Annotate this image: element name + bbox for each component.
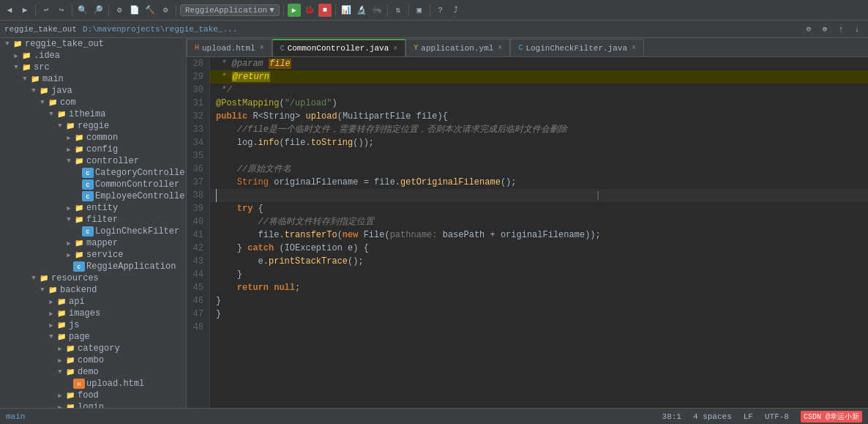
close-appyml[interactable]: × bbox=[498, 44, 502, 52]
sidebar-item-backend[interactable]: ▼ 📁 backend bbox=[0, 284, 186, 296]
sidebar-item-login[interactable]: ▶ 📁 login bbox=[0, 401, 186, 408]
sidebar-item-mapper[interactable]: ▶ 📁 mapper bbox=[0, 237, 186, 249]
close-upload-html[interactable]: × bbox=[260, 44, 264, 52]
sidebar-item-demo[interactable]: ▼ 📁 demo bbox=[0, 366, 186, 378]
stop-button[interactable]: ■ bbox=[318, 4, 332, 17]
vcs-btn[interactable]: ⇅ bbox=[392, 4, 405, 17]
code-line-47: } bbox=[210, 308, 868, 321]
code-editor[interactable]: * @param file * @return */ @PostMapping(… bbox=[210, 57, 868, 408]
close-common-controller[interactable]: × bbox=[393, 45, 397, 53]
back-btn[interactable]: ◀ bbox=[3, 4, 16, 17]
sidebar-item-category-ctrl[interactable]: C CategoryController bbox=[0, 167, 186, 179]
folder-icon-config: 📁 bbox=[73, 144, 85, 155]
forward-btn[interactable]: ▶ bbox=[18, 4, 31, 17]
sidebar-item-config[interactable]: ▶ 📁 config bbox=[0, 144, 186, 155]
close-logincheck[interactable]: × bbox=[632, 44, 636, 52]
sidebar-item-resources[interactable]: ▼ 📁 resources bbox=[0, 272, 186, 284]
search-btn[interactable]: 🔍 bbox=[76, 4, 89, 17]
revert-btn[interactable]: ↩ bbox=[40, 4, 53, 17]
sidebar-item-logincheck[interactable]: C LoginCheckFilter bbox=[0, 226, 186, 237]
run-config-icon[interactable]: ⚙ bbox=[159, 4, 172, 17]
breadcrumb-back[interactable]: ⊖ bbox=[802, 23, 815, 36]
mapper-label: mapper bbox=[86, 238, 118, 248]
code-31-annotation: @PostMapping bbox=[216, 97, 279, 110]
build-icon[interactable]: 🔨 bbox=[143, 4, 157, 17]
ant-btn[interactable]: 🐜 bbox=[370, 4, 384, 17]
sidebar-item-service[interactable]: ▶ 📁 service bbox=[0, 249, 186, 261]
backend-label: backend bbox=[60, 285, 97, 295]
sidebar-item-upload-html[interactable]: H upload.html bbox=[0, 378, 186, 390]
tab-upload-html[interactable]: H upload.html × bbox=[187, 39, 272, 56]
app-name-selector[interactable]: ReggieApplication ▼ bbox=[180, 4, 280, 16]
sidebar-item-reggie[interactable]: ▼ 📁 reggie bbox=[0, 120, 186, 132]
breadcrumb-down[interactable]: ↓ bbox=[850, 23, 864, 36]
tab-common-controller-label: CommonController.java bbox=[288, 44, 389, 53]
sidebar-item-category[interactable]: ▶ 📁 category bbox=[0, 343, 186, 354]
redo-btn[interactable]: ↪ bbox=[55, 4, 68, 17]
linenum-31: 31 bbox=[192, 97, 203, 110]
linenum-33: 33 bbox=[192, 123, 203, 136]
sidebar-item-filter[interactable]: ▼ 📁 filter bbox=[0, 214, 186, 226]
sidebar-item-food[interactable]: ▶ 📁 food bbox=[0, 390, 186, 401]
linenum-32: 32 bbox=[192, 110, 203, 123]
help-btn[interactable]: ? bbox=[434, 4, 447, 17]
settings-icon[interactable]: ⚙ bbox=[113, 4, 126, 17]
folder-icon-combo: 📁 bbox=[64, 355, 76, 365]
indent-info[interactable]: 4 spaces bbox=[693, 412, 732, 421]
tab-logincheck-filter[interactable]: C LoginCheckFilter.java × bbox=[510, 39, 644, 56]
arrow-js: ▶ bbox=[47, 321, 56, 330]
update-btn[interactable]: ⤴ bbox=[449, 4, 463, 17]
line-separator[interactable]: LF bbox=[744, 412, 753, 421]
breadcrumb-up[interactable]: ↑ bbox=[834, 23, 848, 36]
service-label: service bbox=[86, 250, 123, 260]
sidebar-item-page[interactable]: ▼ 📁 page bbox=[0, 331, 186, 343]
sidebar-item-itheima[interactable]: ▼ 📁 itheima bbox=[0, 108, 186, 120]
sidebar-item-images[interactable]: ▶ 📁 images bbox=[0, 308, 186, 319]
terminal-btn[interactable]: ▣ bbox=[413, 4, 426, 17]
sidebar-item-java[interactable]: ▼ 📁 java bbox=[0, 85, 186, 97]
breadcrumb-bar: reggie_take_out D:\mavenprojects\reggie_… bbox=[0, 21, 868, 38]
sidebar-item-idea[interactable]: ▶ 📁 .idea bbox=[0, 50, 186, 62]
sidebar-item-com[interactable]: ▼ 📁 com bbox=[0, 97, 186, 108]
employee-ctrl-label: EmployeeController bbox=[95, 191, 187, 201]
coverage-btn[interactable]: 🔬 bbox=[355, 4, 368, 17]
file-icon: 📄 bbox=[128, 4, 141, 17]
sidebar-item-common[interactable]: ▶ 📁 common bbox=[0, 132, 186, 144]
sidebar-item-project[interactable]: ▼ 📁 reggie_take_out bbox=[0, 38, 186, 50]
encoding[interactable]: UTF-8 bbox=[765, 412, 789, 421]
editor-content[interactable]: 28 29 30 31 32 33 34 35 36 37 38 39 40 4… bbox=[187, 57, 868, 408]
code-line-31: @PostMapping("/upload") bbox=[210, 97, 868, 110]
itheima-label: itheima bbox=[69, 109, 105, 119]
arrow-food: ▶ bbox=[56, 392, 64, 400]
git-branch[interactable]: main bbox=[6, 412, 25, 421]
html-icon-upload: H bbox=[73, 379, 85, 389]
search2-btn[interactable]: 🔎 bbox=[91, 4, 105, 17]
project-sidebar[interactable]: ▼ 📁 reggie_take_out ▶ 📁 .idea ▼ 📁 src ▼ … bbox=[0, 38, 187, 408]
js-label: js bbox=[69, 320, 79, 330]
linenum-45: 45 bbox=[192, 281, 203, 294]
sidebar-item-src[interactable]: ▼ 📁 src bbox=[0, 62, 186, 73]
sidebar-item-js[interactable]: ▶ 📁 js bbox=[0, 319, 186, 331]
sidebar-item-reggieapp[interactable]: C ReggieApplication bbox=[0, 261, 186, 272]
sep8 bbox=[408, 4, 409, 16]
sidebar-item-common-ctrl[interactable]: C CommonController bbox=[0, 179, 186, 190]
sidebar-item-main[interactable]: ▼ 📁 main bbox=[0, 73, 186, 85]
sidebar-item-entity[interactable]: ▶ 📁 entity bbox=[0, 202, 186, 214]
folder-icon-com: 📁 bbox=[47, 97, 59, 108]
folder-icon-images: 📁 bbox=[56, 308, 67, 319]
run-button[interactable]: ▶ bbox=[288, 4, 301, 17]
code-33-comment: //file是一个临时文件，需要转存到指定位置，否则本次请求完成后临时文件会删除 bbox=[216, 123, 567, 136]
sidebar-item-controller[interactable]: ▼ 📁 controller bbox=[0, 155, 186, 167]
debug-btn[interactable]: 🐞 bbox=[303, 4, 316, 17]
code-34-log: log. bbox=[216, 136, 258, 149]
sidebar-item-combo[interactable]: ▶ 📁 combo bbox=[0, 354, 186, 366]
sidebar-item-api[interactable]: ▶ 📁 api bbox=[0, 296, 186, 308]
sidebar-item-employee-ctrl[interactable]: C EmployeeController bbox=[0, 190, 186, 202]
cursor-pos[interactable]: 38:1 bbox=[662, 412, 681, 421]
breadcrumb-forward[interactable]: ⊕ bbox=[818, 23, 831, 36]
profiler-btn[interactable]: 📊 bbox=[340, 4, 353, 17]
code-30-content: */ bbox=[216, 83, 232, 97]
tab-application-yml[interactable]: Y application.yml × bbox=[405, 39, 510, 56]
project-label[interactable]: reggie_take_out bbox=[4, 25, 77, 34]
tab-common-controller[interactable]: C CommonController.java × bbox=[272, 39, 406, 56]
